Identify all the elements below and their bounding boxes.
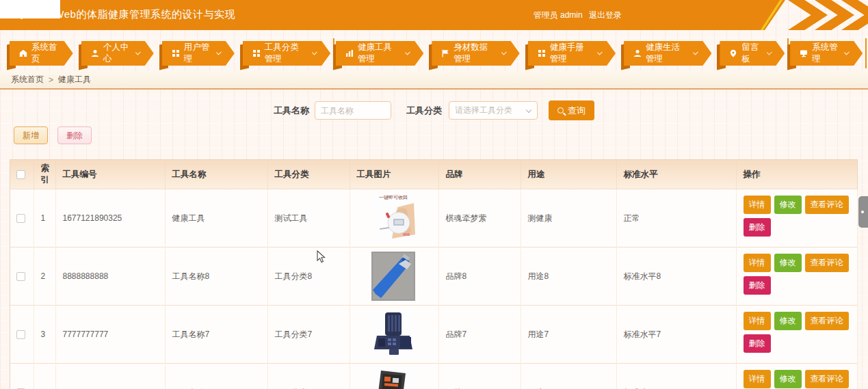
nav-tab-home[interactable]: 系统首页 [10,41,73,66]
table-row: 2 8888888888 工具名称8 工具分类8 品牌8 用途8 [10,247,857,306]
nav-tab-users[interactable]: 用户管理 [162,41,235,66]
col-tool-name: 工具名称 [165,160,267,189]
add-button[interactable]: 新增 [14,126,48,144]
main-nav: 系统首页 个人中心 用户管理 工具分类管理 健康工具管理 [0,38,868,71]
batch-delete-button[interactable]: 删除 [57,126,92,144]
breadcrumb-current: 健康工具 [58,74,91,85]
table-row: 4 6666666666 工具名称6 工具分类6 [10,364,857,389]
grid-icon [172,49,180,57]
view-comments-button[interactable]: 查看评论 [805,196,849,214]
detail-button[interactable]: 详情 [744,370,771,388]
breadcrumb-separator: > [49,75,53,85]
flag-icon [441,49,449,57]
col-level: 标准水平 [616,160,736,189]
logout-link[interactable]: 退出登录 [589,10,622,20]
view-comments-button[interactable]: 查看评论 [805,370,849,388]
chevron-down-icon [597,50,603,55]
chevron-down-icon [405,50,410,55]
edit-button[interactable]: 修改 [774,312,802,330]
col-tool-no: 工具编号 [55,160,165,189]
nav-divider [865,38,867,68]
nav-tab-health-life[interactable]: 健康生活管理 [624,41,711,66]
view-comments-button[interactable]: 查看评论 [805,312,849,330]
col-tool-category: 工具分类 [267,160,350,189]
edit-button[interactable]: 修改 [774,254,802,272]
search-form: 工具名称 工具分类 请选择工具分类 查询 [0,100,868,120]
user-icon [633,49,642,57]
breadcrumb: 系统首页 > 健康工具 [0,71,868,90]
tool-name-input[interactable] [315,101,391,120]
chevron-down-icon [135,50,141,55]
mouse-cursor [317,250,326,263]
col-actions: 操作 [736,160,857,189]
search-icon [557,107,564,113]
chevron-down-icon [844,50,850,55]
nav-tab-health-tools[interactable]: 健康工具管理 [336,41,423,66]
breadcrumb-home[interactable]: 系统首页 [11,74,44,85]
home-icon [19,49,27,57]
table-row: 3 7777777777 工具名称7 工具分类7 [10,306,857,364]
tool-category-label: 工具分类 [406,105,442,117]
user-icon [91,49,99,57]
col-tool-image: 工具图片 [350,160,438,189]
detail-button[interactable]: 详情 [744,254,771,272]
view-comments-button[interactable]: 查看评论 [805,254,849,272]
row-checkbox[interactable] [16,214,25,223]
bar-chart-icon [345,49,354,57]
delete-button[interactable]: 删除 [744,276,771,295]
edit-button[interactable]: 修改 [774,370,802,388]
chevron-down-icon [312,50,317,55]
location-pin-icon [729,49,737,57]
tools-table: 索引 工具编号 工具名称 工具分类 工具图片 品牌 用途 标准水平 操作 1 1… [10,159,858,389]
tool-name-label: 工具名称 [274,105,309,117]
tool-image-pipe-wrench [371,252,415,301]
grid-icon [538,49,546,57]
grid-icon [252,49,261,57]
row-checkbox[interactable] [16,272,25,281]
monitor-icon [800,49,808,57]
query-button[interactable]: 查询 [549,100,594,120]
tool-image-toolbox [371,368,415,389]
top-header: 基于Java Web的体脂健康管理系统的设计与实现 管理员 admin 退出登录 [0,0,868,30]
delete-button[interactable]: 删除 [744,334,771,353]
chevron-down-icon [767,50,772,55]
tool-image-tool-kit [371,310,415,359]
detail-button[interactable]: 详情 [744,312,771,330]
chevron-down-icon [216,50,222,55]
nav-tab-profile[interactable]: 个人中心 [81,41,154,66]
side-panel-handle[interactable] [858,196,868,228]
table-row: 1 1677121890325 健康工具 测试工具 [10,189,857,247]
tool-image-tape-measure: 一键即可收回 [371,193,415,243]
header-notch [0,0,60,18]
table-toolbar: 新增 删除 [14,126,92,144]
select-all-checkbox[interactable] [16,170,25,179]
nav-tab-tool-category[interactable]: 工具分类管理 [243,41,330,66]
chevron-down-icon [693,50,698,55]
delete-button[interactable]: 删除 [744,218,771,237]
edit-button[interactable]: 修改 [774,196,802,214]
row-checkbox[interactable] [16,330,25,339]
col-usage: 用途 [521,160,616,189]
current-user-label: 管理员 admin [534,10,583,20]
table-header-row: 索引 工具编号 工具名称 工具分类 工具图片 品牌 用途 标准水平 操作 [10,160,857,189]
nav-tab-health-manual[interactable]: 健康手册管理 [528,41,616,66]
nav-tab-message-board[interactable]: 留言板 [720,41,785,66]
col-index: 索引 [34,160,55,189]
detail-button[interactable]: 详情 [744,196,771,214]
chevron-down-icon [526,107,531,113]
nav-tab-body-data[interactable]: 身材数据管理 [432,41,519,66]
nav-tab-system[interactable]: 系统管理 [790,41,863,66]
tool-category-select[interactable]: 请选择工具分类 [449,101,538,120]
image-caption: 一键即可收回 [371,194,415,201]
chevron-down-icon [501,50,507,55]
col-brand: 品牌 [438,160,521,189]
